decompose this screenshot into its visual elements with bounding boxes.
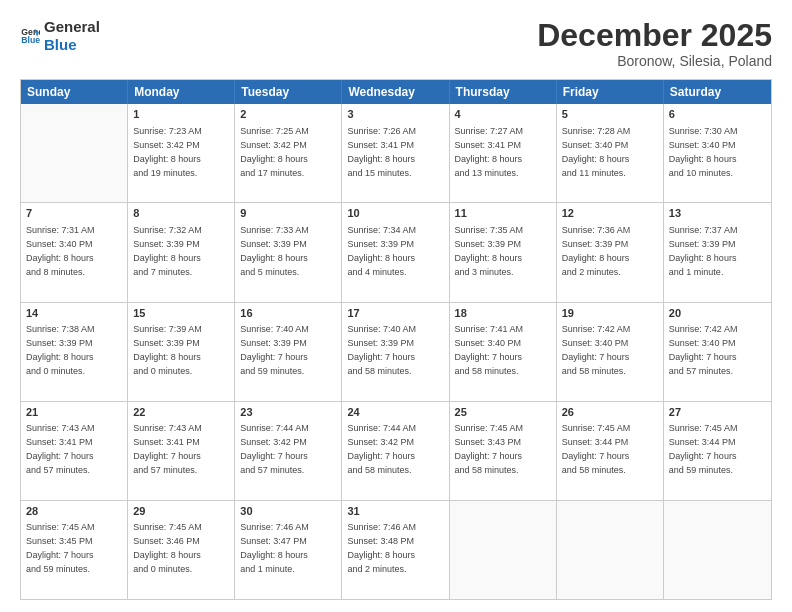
calendar: SundayMondayTuesdayWednesdayThursdayFrid… [20,79,772,600]
calendar-empty-cell [21,104,128,202]
calendar-day-7: 7Sunrise: 7:31 AM Sunset: 3:40 PM Daylig… [21,203,128,301]
day-number: 15 [133,306,229,321]
calendar-day-21: 21Sunrise: 7:43 AM Sunset: 3:41 PM Dayli… [21,402,128,500]
weekday-header-wednesday: Wednesday [342,80,449,104]
calendar-day-6: 6Sunrise: 7:30 AM Sunset: 3:40 PM Daylig… [664,104,771,202]
day-number: 21 [26,405,122,420]
day-info: Sunrise: 7:45 AM Sunset: 3:45 PM Dayligh… [26,522,95,574]
day-info: Sunrise: 7:38 AM Sunset: 3:39 PM Dayligh… [26,324,95,376]
day-info: Sunrise: 7:31 AM Sunset: 3:40 PM Dayligh… [26,225,95,277]
calendar-day-31: 31Sunrise: 7:46 AM Sunset: 3:48 PM Dayli… [342,501,449,599]
day-info: Sunrise: 7:39 AM Sunset: 3:39 PM Dayligh… [133,324,202,376]
day-number: 17 [347,306,443,321]
page: General Blue General Blue December 2025 … [0,0,792,612]
calendar-day-17: 17Sunrise: 7:40 AM Sunset: 3:39 PM Dayli… [342,303,449,401]
day-info: Sunrise: 7:43 AM Sunset: 3:41 PM Dayligh… [26,423,95,475]
day-info: Sunrise: 7:25 AM Sunset: 3:42 PM Dayligh… [240,126,309,178]
calendar-day-4: 4Sunrise: 7:27 AM Sunset: 3:41 PM Daylig… [450,104,557,202]
day-number: 10 [347,206,443,221]
day-info: Sunrise: 7:43 AM Sunset: 3:41 PM Dayligh… [133,423,202,475]
day-number: 22 [133,405,229,420]
calendar-day-20: 20Sunrise: 7:42 AM Sunset: 3:40 PM Dayli… [664,303,771,401]
day-info: Sunrise: 7:46 AM Sunset: 3:48 PM Dayligh… [347,522,416,574]
logo-line2: Blue [44,36,100,54]
day-number: 5 [562,107,658,122]
day-number: 9 [240,206,336,221]
day-number: 11 [455,206,551,221]
title-block: December 2025 Boronow, Silesia, Poland [537,18,772,69]
calendar-week-3: 14Sunrise: 7:38 AM Sunset: 3:39 PM Dayli… [21,302,771,401]
day-number: 20 [669,306,766,321]
day-number: 26 [562,405,658,420]
calendar-empty-cell [450,501,557,599]
calendar-day-16: 16Sunrise: 7:40 AM Sunset: 3:39 PM Dayli… [235,303,342,401]
calendar-day-13: 13Sunrise: 7:37 AM Sunset: 3:39 PM Dayli… [664,203,771,301]
day-number: 14 [26,306,122,321]
calendar-day-22: 22Sunrise: 7:43 AM Sunset: 3:41 PM Dayli… [128,402,235,500]
calendar-day-28: 28Sunrise: 7:45 AM Sunset: 3:45 PM Dayli… [21,501,128,599]
calendar-day-2: 2Sunrise: 7:25 AM Sunset: 3:42 PM Daylig… [235,104,342,202]
calendar-empty-cell [557,501,664,599]
calendar-week-1: 1Sunrise: 7:23 AM Sunset: 3:42 PM Daylig… [21,104,771,202]
day-number: 24 [347,405,443,420]
day-info: Sunrise: 7:45 AM Sunset: 3:46 PM Dayligh… [133,522,202,574]
calendar-day-30: 30Sunrise: 7:46 AM Sunset: 3:47 PM Dayli… [235,501,342,599]
calendar-week-2: 7Sunrise: 7:31 AM Sunset: 3:40 PM Daylig… [21,202,771,301]
calendar-day-8: 8Sunrise: 7:32 AM Sunset: 3:39 PM Daylig… [128,203,235,301]
day-info: Sunrise: 7:23 AM Sunset: 3:42 PM Dayligh… [133,126,202,178]
day-info: Sunrise: 7:42 AM Sunset: 3:40 PM Dayligh… [669,324,738,376]
day-info: Sunrise: 7:28 AM Sunset: 3:40 PM Dayligh… [562,126,631,178]
day-info: Sunrise: 7:37 AM Sunset: 3:39 PM Dayligh… [669,225,738,277]
day-info: Sunrise: 7:45 AM Sunset: 3:44 PM Dayligh… [562,423,631,475]
day-info: Sunrise: 7:27 AM Sunset: 3:41 PM Dayligh… [455,126,524,178]
calendar-header: SundayMondayTuesdayWednesdayThursdayFrid… [21,80,771,104]
calendar-empty-cell [664,501,771,599]
calendar-day-18: 18Sunrise: 7:41 AM Sunset: 3:40 PM Dayli… [450,303,557,401]
day-number: 23 [240,405,336,420]
calendar-week-4: 21Sunrise: 7:43 AM Sunset: 3:41 PM Dayli… [21,401,771,500]
day-info: Sunrise: 7:46 AM Sunset: 3:47 PM Dayligh… [240,522,309,574]
calendar-week-5: 28Sunrise: 7:45 AM Sunset: 3:45 PM Dayli… [21,500,771,599]
day-number: 19 [562,306,658,321]
day-info: Sunrise: 7:30 AM Sunset: 3:40 PM Dayligh… [669,126,738,178]
day-info: Sunrise: 7:45 AM Sunset: 3:43 PM Dayligh… [455,423,524,475]
weekday-header-sunday: Sunday [21,80,128,104]
weekday-header-tuesday: Tuesday [235,80,342,104]
day-info: Sunrise: 7:45 AM Sunset: 3:44 PM Dayligh… [669,423,738,475]
day-number: 4 [455,107,551,122]
calendar-day-10: 10Sunrise: 7:34 AM Sunset: 3:39 PM Dayli… [342,203,449,301]
day-number: 1 [133,107,229,122]
day-info: Sunrise: 7:41 AM Sunset: 3:40 PM Dayligh… [455,324,524,376]
day-number: 31 [347,504,443,519]
svg-text:Blue: Blue [21,35,40,45]
day-number: 30 [240,504,336,519]
calendar-day-27: 27Sunrise: 7:45 AM Sunset: 3:44 PM Dayli… [664,402,771,500]
day-info: Sunrise: 7:34 AM Sunset: 3:39 PM Dayligh… [347,225,416,277]
day-info: Sunrise: 7:44 AM Sunset: 3:42 PM Dayligh… [347,423,416,475]
logo-icon: General Blue [20,26,40,46]
calendar-day-12: 12Sunrise: 7:36 AM Sunset: 3:39 PM Dayli… [557,203,664,301]
weekday-header-friday: Friday [557,80,664,104]
day-info: Sunrise: 7:36 AM Sunset: 3:39 PM Dayligh… [562,225,631,277]
day-number: 13 [669,206,766,221]
logo: General Blue General Blue [20,18,100,54]
day-number: 8 [133,206,229,221]
day-info: Sunrise: 7:42 AM Sunset: 3:40 PM Dayligh… [562,324,631,376]
day-number: 3 [347,107,443,122]
day-number: 16 [240,306,336,321]
calendar-day-26: 26Sunrise: 7:45 AM Sunset: 3:44 PM Dayli… [557,402,664,500]
day-info: Sunrise: 7:44 AM Sunset: 3:42 PM Dayligh… [240,423,309,475]
calendar-day-3: 3Sunrise: 7:26 AM Sunset: 3:41 PM Daylig… [342,104,449,202]
day-info: Sunrise: 7:40 AM Sunset: 3:39 PM Dayligh… [240,324,309,376]
calendar-day-14: 14Sunrise: 7:38 AM Sunset: 3:39 PM Dayli… [21,303,128,401]
day-number: 29 [133,504,229,519]
header: General Blue General Blue December 2025 … [20,18,772,69]
day-number: 12 [562,206,658,221]
calendar-day-19: 19Sunrise: 7:42 AM Sunset: 3:40 PM Dayli… [557,303,664,401]
calendar-day-11: 11Sunrise: 7:35 AM Sunset: 3:39 PM Dayli… [450,203,557,301]
day-number: 2 [240,107,336,122]
day-number: 28 [26,504,122,519]
day-info: Sunrise: 7:26 AM Sunset: 3:41 PM Dayligh… [347,126,416,178]
weekday-header-monday: Monday [128,80,235,104]
calendar-day-15: 15Sunrise: 7:39 AM Sunset: 3:39 PM Dayli… [128,303,235,401]
